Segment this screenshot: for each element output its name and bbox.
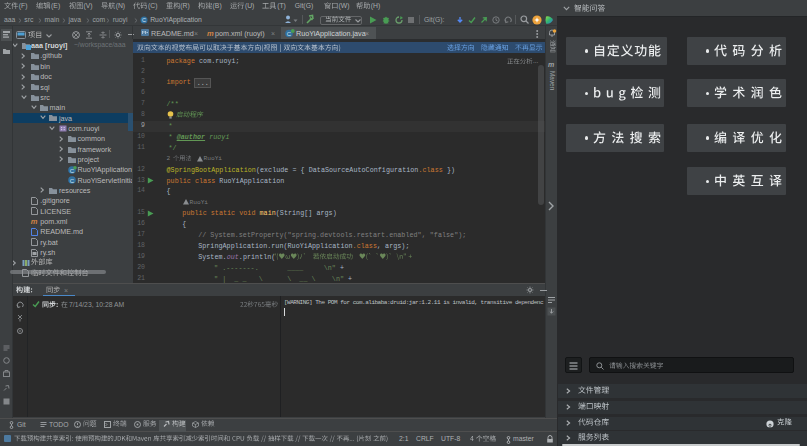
svg-text:C: C [70, 178, 75, 184]
svg-text:C: C [142, 17, 146, 23]
svg-text:C: C [287, 31, 292, 37]
